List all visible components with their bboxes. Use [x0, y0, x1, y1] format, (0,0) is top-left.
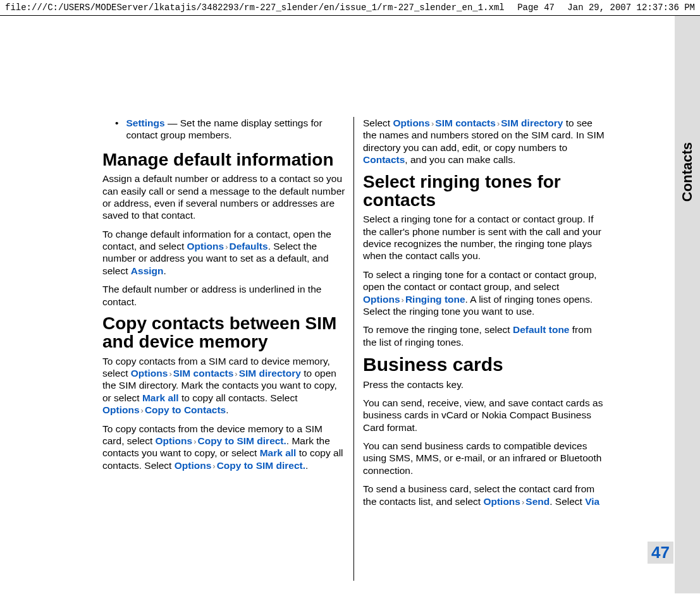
- header-bar: file:///C:/USERS/MODEServer/lkatajis/348…: [0, 0, 700, 16]
- paragraph: To copy contacts from a SIM card to devi…: [102, 355, 346, 416]
- paragraph: To copy contacts from the device memory …: [102, 423, 346, 472]
- options-link: Options: [393, 118, 430, 128]
- chevron-right-icon: ›: [400, 295, 405, 305]
- assign-link: Assign: [131, 265, 164, 276]
- sim-directory-link: SIM directory: [501, 118, 563, 128]
- heading-ringing-tones: Select ringing tones for contacts: [363, 173, 606, 210]
- chevron-right-icon: ›: [140, 406, 145, 415]
- options-link: Options: [363, 294, 400, 305]
- mark-all-link: Mark all: [142, 392, 179, 403]
- heading-copy-contacts: Copy contacts between SIM and device mem…: [102, 314, 346, 351]
- paragraph: To select a ringing tone for a contact o…: [363, 269, 606, 318]
- send-link: Send: [525, 496, 550, 507]
- defaults-link: Defaults: [229, 241, 267, 252]
- paragraph: Select a ringing tone for a contact or c…: [363, 213, 606, 262]
- copy-to-sim-link: Copy to SIM direct.: [197, 435, 286, 446]
- heading-manage-default: Manage default information: [102, 150, 346, 169]
- timestamp: Jan 29, 2007 12:37:36 PM: [567, 3, 695, 13]
- side-tab-label: Contacts: [679, 142, 696, 202]
- options-link: Options: [102, 404, 140, 415]
- left-column: • Settings — Set the name display settin…: [95, 117, 354, 581]
- default-tone-link: Default tone: [513, 324, 570, 335]
- ringing-tone-link: Ringing tone: [405, 294, 465, 305]
- via-link: Via: [585, 496, 599, 507]
- paragraph: Assign a default number or address to a …: [102, 173, 346, 222]
- options-link: Options: [156, 435, 193, 446]
- sim-contacts-link: SIM contacts: [435, 118, 496, 128]
- page-number: 47: [648, 542, 673, 564]
- options-link: Options: [131, 368, 168, 379]
- chevron-right-icon: ›: [211, 461, 216, 471]
- chevron-right-icon: ›: [233, 369, 238, 379]
- page-body: • Settings — Set the name display settin…: [0, 16, 700, 593]
- paragraph: Select Options›SIM contacts›SIM director…: [363, 117, 606, 166]
- paragraph: The default number or address is underli…: [102, 283, 346, 308]
- options-link: Options: [187, 241, 224, 252]
- paragraph: You can send, receive, view, and save co…: [363, 397, 606, 433]
- paragraph: You can send business cards to compatibl…: [363, 440, 606, 476]
- heading-business-cards: Business cards: [363, 355, 606, 375]
- paragraph: To remove the ringing tone, select Defau…: [363, 324, 606, 348]
- chevron-right-icon: ›: [168, 369, 173, 379]
- chevron-right-icon: ›: [496, 119, 501, 128]
- contacts-link: Contacts: [363, 154, 405, 165]
- copy-to-contacts-link: Copy to Contacts: [145, 404, 226, 415]
- sim-contacts-link: SIM contacts: [173, 368, 234, 379]
- paragraph: Press the contacts key.: [363, 379, 606, 391]
- bullet-item: • Settings — Set the name display settin…: [102, 117, 346, 142]
- bullet-text: Settings — Set the name display settings…: [126, 117, 346, 142]
- side-tab: Contacts: [675, 16, 700, 593]
- right-column: Select Options›SIM contacts›SIM director…: [354, 117, 613, 581]
- options-link: Options: [175, 460, 212, 471]
- content-area: • Settings — Set the name display settin…: [0, 16, 675, 593]
- bullet-icon: •: [115, 117, 118, 142]
- file-path: file:///C:/USERS/MODEServer/lkatajis/348…: [5, 3, 505, 13]
- mark-all-link: Mark all: [260, 447, 297, 458]
- options-link: Options: [483, 496, 520, 507]
- paragraph: To send a business card, select the cont…: [363, 483, 606, 507]
- paragraph: To change default information for a cont…: [102, 228, 346, 277]
- settings-link: Settings: [126, 118, 164, 128]
- sim-directory-link: SIM directory: [239, 368, 301, 379]
- copy-to-sim-link: Copy to SIM direct.: [217, 460, 305, 471]
- page-indicator: Page 47: [517, 3, 555, 13]
